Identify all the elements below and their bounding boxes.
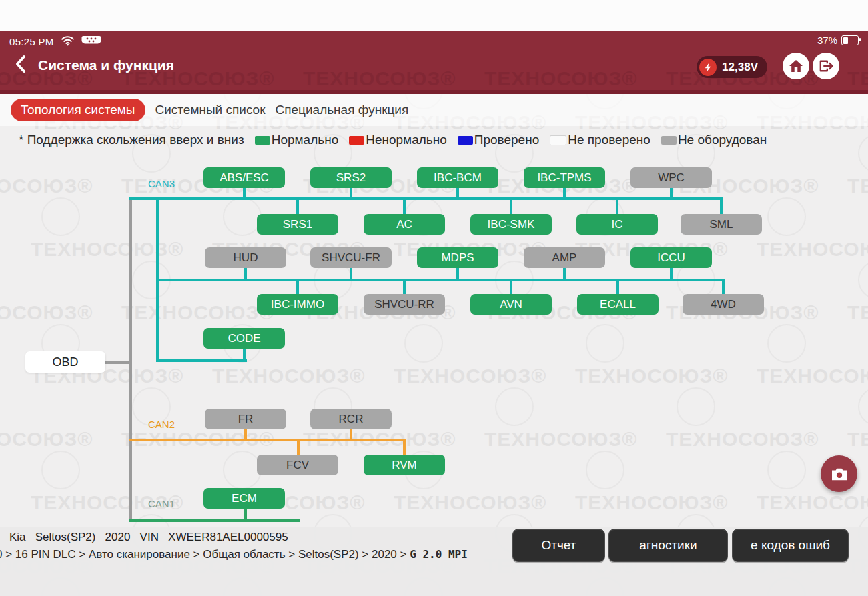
connector-line: [403, 280, 406, 295]
exit-icon: [819, 59, 833, 73]
home-button[interactable]: [783, 53, 809, 79]
node-avn[interactable]: AVN: [470, 294, 552, 315]
page-title: Система и функция: [38, 57, 174, 73]
node-fcv[interactable]: FCV: [257, 455, 338, 475]
battery-icon: [841, 35, 859, 45]
can1-bus-line: [129, 519, 300, 522]
camera-icon: [831, 467, 848, 481]
node-obd[interactable]: OBD: [25, 351, 105, 373]
connector-line: [244, 507, 247, 521]
node-4wd[interactable]: 4WD: [683, 294, 764, 315]
header-bar: ТЕХНОСОЮЗ®ТЕХНОСОЮЗ®ТЕХНОСОЮЗ®ТЕХНОСОЮЗ®…: [0, 31, 868, 94]
node-wpc[interactable]: WPC: [630, 167, 712, 188]
can2-label: CAN2: [148, 419, 175, 430]
can1-label: CAN1: [148, 498, 175, 509]
connector-line: [616, 199, 618, 215]
app-screen: ТЕХНОСОЮЗ®ТЕХНОСОЮЗ®ТЕХНОСОЮЗ®ТЕХНОСОЮЗ®…: [0, 0, 868, 596]
node-sml[interactable]: SML: [681, 214, 762, 235]
vehicle-info: Kia Seltos(SP2) 2020 VIN XWEER81AEL00005…: [9, 531, 288, 544]
node-ibc-smk[interactable]: IBC-SMK: [470, 214, 552, 235]
connector-line: [456, 267, 459, 280]
node-ecall[interactable]: ECALL: [577, 294, 659, 315]
home-icon: [789, 59, 803, 73]
can2-bus-line: [129, 439, 406, 441]
legend-swatch-not-checked: [550, 135, 566, 145]
connector-line: [350, 267, 352, 280]
legend-label-abnormal: Ненормально: [366, 133, 447, 147]
tab-system-topology[interactable]: Топология системы: [11, 99, 145, 121]
connector-line: [722, 280, 725, 295]
connector-line: [616, 280, 619, 295]
node-srs1[interactable]: SRS1: [257, 214, 338, 235]
node-rcr[interactable]: RCR: [310, 409, 392, 429]
connector-line: [403, 199, 406, 215]
back-button[interactable]: [15, 55, 26, 76]
voltage-value: 12,38V: [722, 61, 758, 74]
legend-label-checked: Проверено: [474, 133, 539, 147]
node-fr[interactable]: FR: [205, 409, 286, 429]
connector-line: [244, 267, 247, 280]
legend-note: * Поддержка скольжения вверх и вниз: [19, 133, 244, 147]
breadcrumb-path: 0 > 16 PIN DLC > Авто сканирование > Общ…: [0, 548, 410, 561]
obd-connector-icon: [81, 34, 101, 49]
diagnostics-button[interactable]: агностики: [608, 529, 728, 562]
title-row: Система и функция: [15, 55, 174, 76]
legend-item-checked: Проверено: [458, 133, 539, 147]
exit-button[interactable]: [813, 53, 839, 79]
legend-item-not-checked: Не проверено: [550, 133, 650, 147]
legend-item-not-equipped: Не оборудован: [661, 133, 767, 147]
node-ibc-immo[interactable]: IBC-IMMO: [257, 294, 338, 315]
node-srs2[interactable]: SRS2: [310, 167, 392, 188]
status-bar-left: 05:25 PM: [9, 34, 101, 49]
wifi-icon: [61, 35, 75, 49]
tab-special-function[interactable]: Специальная функция: [276, 103, 409, 117]
report-button[interactable]: Отчет: [512, 529, 605, 562]
node-mdps[interactable]: MDPS: [417, 247, 498, 268]
node-hud[interactable]: HUD: [205, 247, 286, 268]
connector-line: [243, 187, 246, 199]
connector-line: [456, 187, 459, 199]
connector-line: [403, 440, 406, 456]
connector-line: [720, 199, 723, 215]
node-ic[interactable]: IC: [576, 214, 658, 235]
node-amp[interactable]: AMP: [524, 247, 605, 268]
connector-line: [296, 199, 299, 215]
legend-label-not-equipped: Не оборудован: [678, 133, 767, 147]
breadcrumb: 0 > 16 PIN DLC > Авто сканирование > Общ…: [0, 548, 468, 561]
connector-line: [670, 267, 673, 280]
connector-line: [510, 280, 512, 295]
node-ibc-tpms[interactable]: IBC-TPMS: [524, 167, 605, 188]
legend-item-normal: Нормально: [255, 133, 339, 147]
node-shvcu-fr[interactable]: SHVCU-FR: [310, 247, 392, 268]
footer-bar: Kia Seltos(SP2) 2020 VIN XWEER81AEL00005…: [0, 527, 868, 596]
legend-row: * Поддержка скольжения вверх и вниз Норм…: [19, 133, 767, 147]
legend-swatch-not-equipped: [661, 136, 677, 145]
top-white-strip: [0, 0, 868, 31]
node-iccu[interactable]: ICCU: [630, 247, 712, 268]
connector-line: [563, 267, 566, 280]
clock: 05:25 PM: [9, 36, 54, 47]
voltage-badge[interactable]: 12,38V: [697, 56, 767, 78]
node-ecm[interactable]: ECM: [203, 488, 285, 509]
legend-swatch-abnormal: [349, 136, 364, 145]
legend-swatch-checked: [458, 136, 473, 145]
connector-line: [563, 187, 566, 199]
legend-item-abnormal: Ненормально: [349, 133, 447, 147]
read-dtc-button[interactable]: е кодов ошиб: [732, 529, 849, 562]
status-bar-right: 37%: [817, 35, 859, 46]
screenshot-button[interactable]: [821, 455, 857, 492]
node-shvcu-rr[interactable]: SHVCU-RR: [364, 294, 445, 315]
node-ibc-bcm[interactable]: IBC-BCM: [417, 167, 498, 188]
node-abs-esc[interactable]: ABS/ESC: [203, 167, 285, 188]
legend-label-not-checked: Не проверено: [568, 133, 650, 147]
breadcrumb-engine: G 2.0 MPI: [410, 548, 468, 561]
can3-bus3-line: [156, 359, 247, 362]
tab-bar: Топология системы Системный список Специ…: [0, 94, 868, 126]
node-ac[interactable]: AC: [364, 214, 445, 235]
node-code[interactable]: CODE: [203, 328, 285, 349]
node-rvm[interactable]: RVM: [364, 455, 445, 475]
lightning-icon: [699, 59, 717, 76]
tab-system-list[interactable]: Системный список: [155, 103, 266, 117]
legend-label-normal: Нормально: [272, 133, 339, 147]
obd-branch-line: [104, 361, 130, 364]
